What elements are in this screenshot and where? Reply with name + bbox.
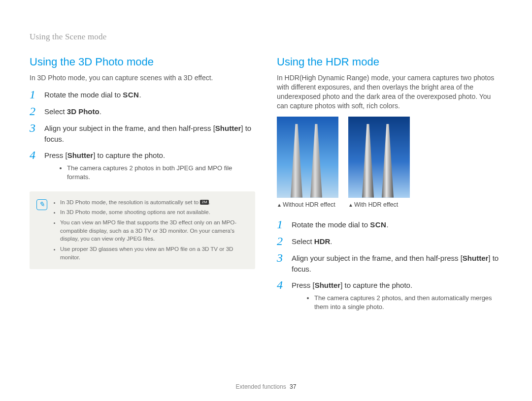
scn-icon: SCN xyxy=(123,91,139,99)
two-column-layout: Using the 3D Photo mode In 3D Photo mode… xyxy=(30,56,502,318)
caption-with-hdr: ▲With HDR effect xyxy=(348,201,410,209)
bold-text: 3D Photo xyxy=(67,107,100,116)
text: . xyxy=(209,199,210,205)
text: Rotate the mode dial to xyxy=(44,91,123,99)
step-number: 4 xyxy=(30,149,41,161)
step-text: Rotate the mode dial to SCN. xyxy=(292,218,502,230)
tower-shape xyxy=(291,124,302,198)
sub-bullet: The camera captures 2 photos, and then a… xyxy=(314,294,502,311)
step-number: 2 xyxy=(277,235,289,247)
text: . xyxy=(330,237,332,246)
step-number: 1 xyxy=(277,218,289,230)
footer-section: Extended functions xyxy=(236,383,286,390)
text: ] to capture the photo. xyxy=(340,281,412,289)
step-sub-bullets: The camera captures 2 photos, and then a… xyxy=(314,294,502,311)
heading-hdr: Using the HDR mode xyxy=(277,56,502,68)
steps-hdr: 1 Rotate the mode dial to SCN. 2 Select … xyxy=(277,218,502,313)
step-2: 2 Select 3D Photo. xyxy=(30,105,255,117)
step-1: 1 Rotate the mode dial to SCN. xyxy=(277,218,502,230)
text: Press [ xyxy=(44,151,67,159)
text: Select xyxy=(292,237,314,246)
step-number: 2 xyxy=(30,105,41,117)
text: Align your subject in the frame, and the… xyxy=(292,254,463,262)
step-number: 1 xyxy=(30,89,41,100)
text: . xyxy=(100,107,101,116)
left-column: Using the 3D Photo mode In 3D Photo mode… xyxy=(30,56,255,318)
step-3: 3 Align your subject in the frame, and t… xyxy=(30,122,255,145)
text: Rotate the mode dial to xyxy=(292,220,370,229)
step-text: Press [Shutter] to capture the photo. Th… xyxy=(44,149,255,183)
scn-icon: SCN xyxy=(370,220,386,229)
step-4: 4 Press [Shutter] to capture the photo. … xyxy=(30,149,255,183)
example-without-hdr: ▲Without HDR effect xyxy=(277,117,338,209)
step-number: 3 xyxy=(277,252,289,264)
bold-text: Shutter xyxy=(215,124,241,132)
photo-towers-no-hdr xyxy=(277,117,338,198)
note-list: In 3D Photo mode, the resolution is auto… xyxy=(60,198,248,264)
text: ] to capture the photo. xyxy=(93,151,165,159)
note-item: You can view an MPO file that supports t… xyxy=(60,218,248,243)
text: In 3D Photo mode, the resolution is auto… xyxy=(60,199,200,205)
step-text: Select HDR. xyxy=(292,235,502,247)
caption-without-hdr: ▲Without HDR effect xyxy=(277,201,338,209)
text: Select xyxy=(44,107,67,116)
note-item: In 3D Photo mode, some shooting options … xyxy=(60,208,248,216)
text: Press [ xyxy=(292,281,315,289)
bold-text: HDR xyxy=(314,237,331,246)
triangle-up-icon: ▲ xyxy=(277,202,282,208)
steps-3d: 1 Rotate the mode dial to SCN. 2 Select … xyxy=(30,89,255,184)
note-item: Use proper 3D glasses when you view an M… xyxy=(60,245,248,261)
sub-bullet: The camera captures 2 photos in both JPE… xyxy=(67,164,255,182)
text: . xyxy=(386,220,388,229)
example-with-hdr: ▲With HDR effect xyxy=(348,117,410,209)
tower-shape xyxy=(382,124,394,198)
example-images-row: ▲Without HDR effect ▲With HDR effect xyxy=(277,117,502,209)
photo-towers-hdr xyxy=(348,117,410,198)
caption-text: Without HDR effect xyxy=(283,201,335,208)
bold-text: Shutter xyxy=(315,281,341,289)
tower-shape xyxy=(362,124,374,198)
step-number: 3 xyxy=(30,122,41,134)
caption-text: With HDR effect xyxy=(354,201,398,208)
note-item: In 3D Photo mode, the resolution is auto… xyxy=(60,198,248,207)
step-4: 4 Press [Shutter] to capture the photo. … xyxy=(277,279,502,313)
step-number: 4 xyxy=(277,279,289,291)
step-1: 1 Rotate the mode dial to SCN. xyxy=(30,89,255,100)
page-section-header: Using the Scene mode xyxy=(30,32,502,42)
note-icon: ✎ xyxy=(36,199,47,210)
right-column: Using the HDR mode In HDR(High Dynamic R… xyxy=(277,56,502,318)
text: . xyxy=(139,91,141,99)
bold-text: Shutter xyxy=(463,254,489,262)
resolution-chip-icon: 2M xyxy=(200,200,208,205)
step-sub-bullets: The camera captures 2 photos in both JPE… xyxy=(67,164,255,182)
step-text: Align your subject in the frame, and the… xyxy=(44,122,255,145)
step-text: Align your subject in the frame, and the… xyxy=(292,252,502,275)
note-box: ✎ In 3D Photo mode, the resolution is au… xyxy=(30,191,255,270)
step-3: 3 Align your subject in the frame, and t… xyxy=(277,252,502,275)
bold-text: Shutter xyxy=(67,151,94,159)
tower-shape xyxy=(310,124,322,198)
step-text: Press [Shutter] to capture the photo. Th… xyxy=(292,279,502,313)
page-number: 37 xyxy=(290,383,296,390)
text: Align your subject in the frame, and the… xyxy=(44,124,215,132)
step-text: Select 3D Photo. xyxy=(44,105,255,117)
step-2: 2 Select HDR. xyxy=(277,235,502,247)
page-footer: Extended functions 37 xyxy=(0,383,532,390)
heading-3d-photo: Using the 3D Photo mode xyxy=(30,56,255,68)
triangle-up-icon: ▲ xyxy=(348,202,353,208)
intro-hdr: In HDR(High Dynamic Range) mode, your ca… xyxy=(277,73,502,111)
step-text: Rotate the mode dial to SCN. xyxy=(44,89,255,100)
intro-3d: In 3D Photo mode, you can capture scenes… xyxy=(30,73,255,83)
